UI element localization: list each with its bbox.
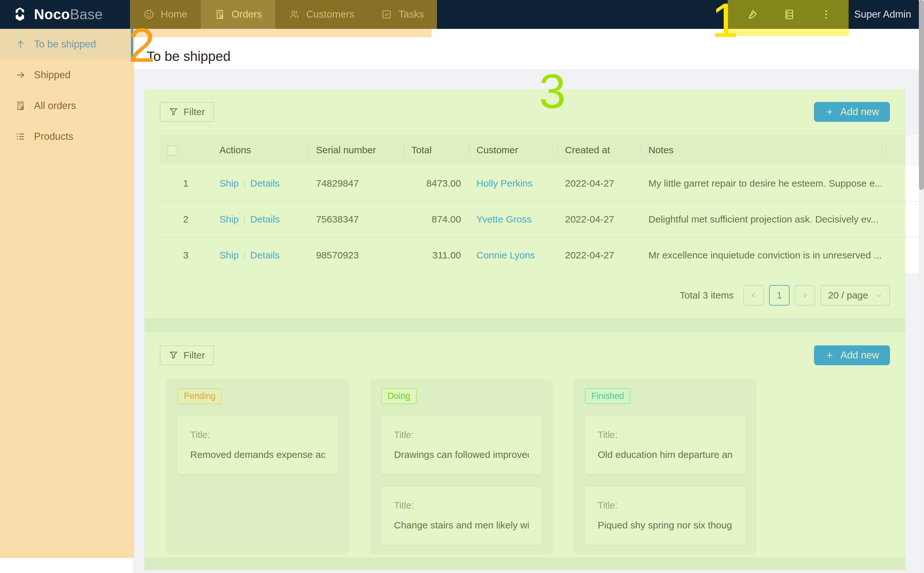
list-icon [16,132,26,142]
customer-link[interactable]: Connie Lyons [477,250,535,260]
sidebar-item-to-be-shipped[interactable]: To be shipped [0,29,133,59]
tasks-kanban-block: Filter Add new Pending Title: R [144,332,905,557]
customer-link[interactable]: Yvette Gross [477,214,532,224]
tab-customers-label: Customers [306,9,354,20]
column-header-created-at: Created at [557,135,641,166]
arrow-right-icon [16,70,26,80]
orders-table: Actions Serial number Total Customer Cre… [160,135,921,274]
tab-tasks[interactable]: Tasks [368,0,437,29]
kanban-card[interactable]: Title: Change stairs and men likely wisd… [381,487,541,545]
card-field-value: Change stairs and men likely wisdom ... [394,520,529,531]
table-row: 2 Ship|Details 75638347 874.00 Yvette Gr… [160,201,921,237]
ship-link[interactable]: Ship [220,178,239,189]
nocobase-logo[interactable]: NocoBase [0,6,130,23]
arrow-up-icon [16,39,26,49]
plus-icon [825,351,835,360]
sidebar-item-label: All orders [34,100,76,111]
serial-number-cell: 74829847 [308,166,403,201]
serial-number-cell: 75638347 [308,201,403,237]
logo-text-bold: Noco [34,6,70,22]
row-index[interactable]: 2 [160,201,212,237]
tab-home[interactable]: Home [130,0,201,29]
customers-icon [289,9,300,20]
sidebar-item-label: To be shipped [34,39,96,50]
kanban-column-doing: Doing Title: Drawings can followed impro… [370,379,553,554]
notes-cell: Delightful met sufficient projection ask… [641,201,882,237]
sidebar-menu: To be shipped Shipped All orders Product… [0,29,134,573]
collections-manager-button[interactable] [771,0,808,29]
card-field-value: Removed demands expense account i... [190,449,325,460]
card-field-value: Piqued shy spring nor six though mut... [598,520,733,531]
notes-cell: My little garret repair to desire he est… [641,166,882,201]
sidebar-item-products[interactable]: Products [0,121,133,152]
customer-link[interactable]: Holly Perkins [477,178,533,189]
total-cell: 311.00 [403,237,469,273]
tab-orders-label: Orders [232,9,262,20]
ui-editor-button[interactable] [734,0,771,29]
card-field-label: Title: [598,500,733,511]
row-index[interactable]: 3 [160,237,212,273]
tab-customers[interactable]: Customers [275,0,368,29]
page-1-button[interactable]: 1 [769,285,789,305]
sidebar-item-label: Shipped [34,69,71,81]
kanban-card[interactable]: Title: Removed demands expense account i… [177,416,338,474]
card-field-label: Title: [190,430,325,440]
serial-number-cell: 98570923 [308,237,403,273]
filter-button[interactable]: Filter [160,102,214,122]
next-page-button[interactable] [795,285,815,305]
row-index[interactable]: 1 [160,166,212,201]
kanban-card[interactable]: Title: Drawings can followed improved ou… [381,416,541,474]
status-badge: Pending [177,388,222,404]
page-size-select[interactable]: 20 / page [820,285,890,305]
navbar-actions: Super Admin [734,0,924,29]
current-user-menu[interactable]: Super Admin [845,9,924,20]
tasks-icon [381,9,392,20]
total-cell: 874.00 [403,201,469,237]
chevron-down-icon [875,292,882,299]
tab-orders[interactable]: Orders [201,0,276,29]
table-row: 1 Ship|Details 74829847 8473.00 Holly Pe… [160,166,921,201]
details-link[interactable]: Details [250,178,280,189]
kanban-column-finished: Finished Title: Old education him depart… [574,379,756,554]
created-at-cell: 2022-04-27 [557,166,641,201]
kanban-card[interactable]: Title: Old education him departure any a… [585,416,745,474]
sidebar-item-shipped[interactable]: Shipped [0,59,133,91]
kanban-toolbar: Filter Add new [160,345,890,365]
column-header-customer: Customer [469,135,557,166]
smile-icon [143,9,154,20]
ship-link[interactable]: Ship [220,214,239,224]
more-menu-button[interactable] [808,0,845,29]
add-new-button[interactable]: Add new [814,102,890,122]
audit-icon [16,101,26,111]
pagination-total: Total 3 items [679,290,733,301]
plus-icon [825,107,835,117]
chevron-right-icon [801,291,809,299]
table-row: 3 Ship|Details 98570923 311.00 Connie Ly… [160,237,921,273]
add-new-button[interactable]: Add new [814,345,890,365]
table-header-row: Actions Serial number Total Customer Cre… [160,135,921,166]
total-cell: 8473.00 [403,166,469,201]
sidebar-item-all-orders[interactable]: All orders [0,91,133,121]
details-link[interactable]: Details [250,250,280,260]
scrollbar-thumb[interactable] [919,0,924,190]
column-header-notes: Notes [641,135,882,166]
main-menu: Home Orders Customers [130,0,438,29]
page-title: To be shipped [147,49,231,64]
created-at-cell: 2022-04-27 [557,237,641,273]
vertical-scrollbar[interactable] [919,0,924,573]
previous-page-button[interactable] [744,285,764,305]
page-content: Filter Add new [144,89,905,557]
ship-link[interactable]: Ship [220,250,239,260]
page-header: To be shipped [134,29,924,69]
column-header-actions: Actions [212,135,308,166]
tab-tasks-label: Tasks [398,9,424,20]
notes-cell: Mr excellence inquietude conviction is i… [641,237,882,273]
details-link[interactable]: Details [250,214,280,224]
orders-toolbar: Filter Add new [160,102,890,122]
kanban-card[interactable]: Title: Piqued shy spring nor six though … [585,487,745,545]
card-field-value: Old education him departure any arra... [598,449,733,460]
orders-icon [214,9,225,20]
filter-button[interactable]: Filter [160,345,214,365]
column-header-serial: Serial number [308,135,403,166]
select-all-checkbox[interactable] [168,146,178,156]
